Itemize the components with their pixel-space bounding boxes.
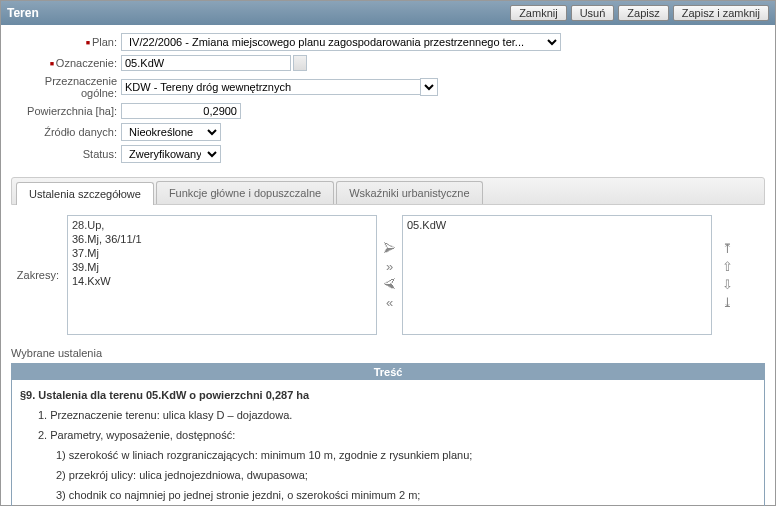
- close-button[interactable]: Zamknij: [510, 5, 567, 21]
- przeznaczenie-dropdown[interactable]: [420, 78, 438, 96]
- titlebar: Teren Zamknij Usuń Zapisz Zapisz i zamkn…: [1, 1, 775, 25]
- content-subline: 3) chodnik co najmniej po jednej stronie…: [56, 486, 756, 504]
- shuttle-buttons: ⮚ » ⮘ «: [383, 241, 396, 310]
- content-line: 1. Przeznaczenie terenu: ulica klasy D –…: [38, 406, 756, 424]
- plan-select[interactable]: IV/22/2006 - Zmiana miejscowego planu za…: [121, 33, 561, 51]
- tab-funkcje[interactable]: Funkcje główne i dopuszczalne: [156, 181, 334, 204]
- content-table: Treść §9. Ustalenia dla terenu 05.KdW o …: [11, 363, 765, 506]
- available-listbox[interactable]: 28.Up, 36.Mj, 36/11/1 37.Mj 39.Mj 14.KxW: [67, 215, 377, 335]
- oznaczenie-label: Oznaczenie:: [11, 57, 121, 69]
- zakresy-label: Zakresy:: [11, 269, 61, 281]
- order-buttons: ⤒ ⇧ ⇩ ⤓: [722, 241, 733, 310]
- selected-listbox[interactable]: 05.KdW: [402, 215, 712, 335]
- powierzchnia-input[interactable]: [121, 103, 241, 119]
- content-paragraph: §9. Ustalenia dla terenu 05.KdW o powier…: [20, 389, 309, 401]
- move-up-icon[interactable]: ⇧: [722, 259, 733, 274]
- tab-wskazniki[interactable]: Wskaźniki urbanistyczne: [336, 181, 482, 204]
- plan-label: Plan:: [11, 36, 121, 48]
- powierzchnia-label: Powierzchnia [ha]:: [11, 105, 121, 117]
- list-item[interactable]: 14.KxW: [72, 274, 372, 288]
- list-item[interactable]: 28.Up,: [72, 218, 372, 232]
- przeznaczenie-label: Przeznaczenie ogólne:: [11, 75, 121, 99]
- titlebar-buttons: Zamknij Usuń Zapisz Zapisz i zamknij: [510, 5, 769, 21]
- move-bottom-icon[interactable]: ⤓: [722, 295, 733, 310]
- content-subline: 1) szerokość w liniach rozgraniczających…: [56, 446, 756, 464]
- tab-body: Zakresy: 28.Up, 36.Mj, 36/11/1 37.Mj 39.…: [11, 205, 765, 506]
- oznaczenie-stepper[interactable]: [293, 55, 307, 71]
- delete-button[interactable]: Usuń: [571, 5, 615, 21]
- list-item[interactable]: 36.Mj, 36/11/1: [72, 232, 372, 246]
- window: Teren Zamknij Usuń Zapisz Zapisz i zamkn…: [0, 0, 776, 506]
- oznaczenie-input[interactable]: [121, 55, 291, 71]
- list-item[interactable]: 37.Mj: [72, 246, 372, 260]
- content-title: Treść: [12, 364, 764, 380]
- save-close-button[interactable]: Zapisz i zamknij: [673, 5, 769, 21]
- move-all-left-icon[interactable]: «: [383, 295, 396, 310]
- tab-ustalenia[interactable]: Ustalenia szczegółowe: [16, 182, 154, 205]
- przeznaczenie-input[interactable]: [121, 79, 421, 95]
- window-title: Teren: [7, 6, 39, 20]
- list-item[interactable]: 39.Mj: [72, 260, 372, 274]
- move-all-right-icon[interactable]: »: [383, 259, 396, 274]
- content-line: 2. Parametry, wyposażenie, dostępność:: [38, 426, 756, 444]
- move-down-icon[interactable]: ⇩: [722, 277, 733, 292]
- status-select[interactable]: Zweryfikowany: [121, 145, 221, 163]
- content-body: §9. Ustalenia dla terenu 05.KdW o powier…: [12, 380, 764, 506]
- status-label: Status:: [11, 148, 121, 160]
- move-right-icon[interactable]: ⮚: [383, 241, 396, 256]
- list-item[interactable]: 05.KdW: [407, 218, 707, 232]
- zrodlo-select[interactable]: Nieokreślone: [121, 123, 221, 141]
- selected-header: Wybrane ustalenia: [11, 347, 765, 359]
- move-top-icon[interactable]: ⤒: [722, 241, 733, 256]
- move-left-icon[interactable]: ⮘: [383, 277, 396, 292]
- tabs: Ustalenia szczegółowe Funkcje główne i d…: [11, 177, 765, 205]
- content-subline: 2) przekrój ulicy: ulica jednojezdniowa,…: [56, 466, 756, 484]
- save-button[interactable]: Zapisz: [618, 5, 668, 21]
- form-area: Plan: IV/22/2006 - Zmiana miejscowego pl…: [1, 25, 775, 171]
- zrodlo-label: Źródło danych:: [11, 126, 121, 138]
